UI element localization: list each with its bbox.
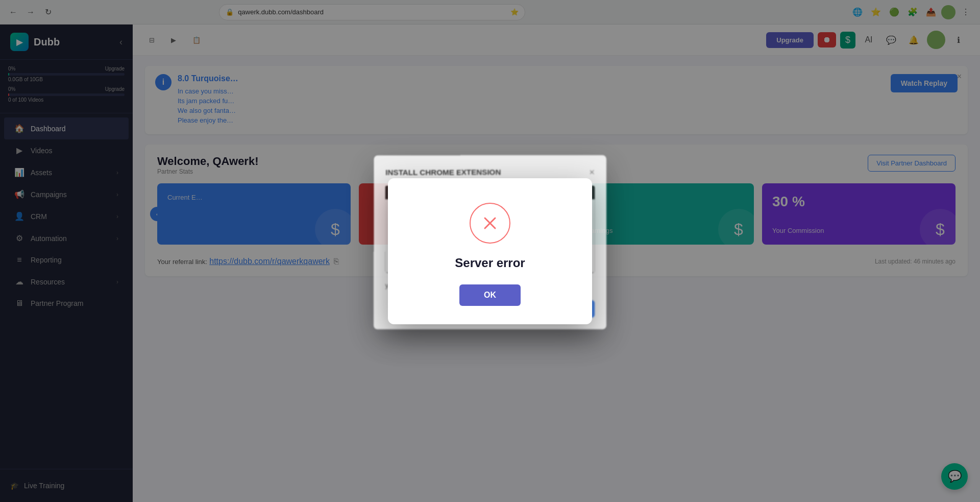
chrome-ext-header: INSTALL CHROME EXTENSION × — [385, 166, 595, 178]
chrome-ext-close-button[interactable]: × — [589, 166, 595, 178]
error-x-icon — [480, 213, 500, 233]
ok-button[interactable]: OK — [459, 284, 521, 306]
modal-overlay: INSTALL CHROME EXTENSION × ≡ ▶ ●●● 👤 — [0, 0, 980, 502]
server-error-modal: Server error OK — [388, 178, 592, 324]
error-icon-circle — [470, 203, 510, 244]
server-error-title: Server error — [408, 256, 572, 270]
chrome-ext-title: INSTALL CHROME EXTENSION — [385, 168, 501, 176]
